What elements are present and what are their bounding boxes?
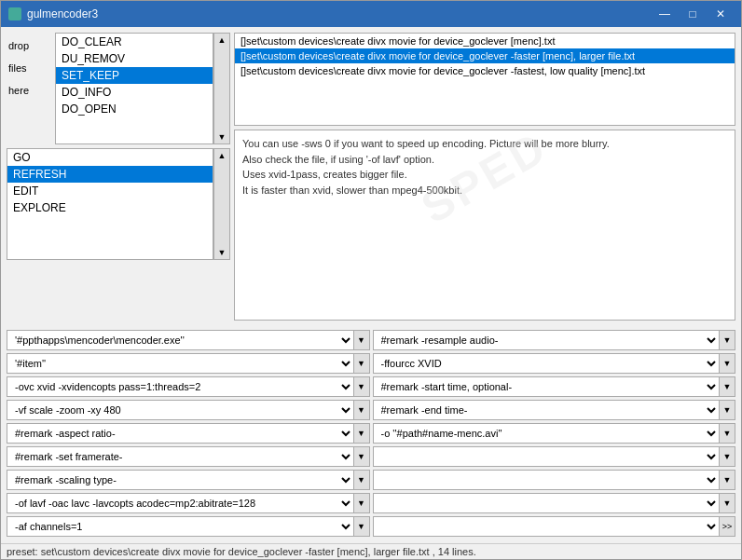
dropdown-row-right: #remark -start time, optional-▼	[373, 376, 736, 397]
window-title: gulmencoder3	[27, 7, 98, 20]
command-bottom-item[interactable]: EXPLORE	[7, 199, 213, 216]
left-panel: drop files here DO_CLEARDU_REMOVSET_KEEP…	[7, 33, 230, 321]
file-list[interactable]: []set\custom devices\create divx movie f…	[234, 33, 735, 126]
commands-top-section: DO_CLEARDU_REMOVSET_KEEPDO_INFODO_OPEN ▲…	[55, 33, 230, 144]
dropdown-select[interactable]: #remark -end time-	[373, 400, 720, 420]
dropdown-arrow-icon[interactable]: ▼	[353, 353, 370, 374]
info-box: You can use -sws 0 if you want to speed …	[234, 130, 735, 321]
minimize-button[interactable]: —	[652, 5, 678, 23]
dropdown-row-left: #remark -scaling type-▼	[7, 470, 370, 490]
dropdown-arrow-icon[interactable]: ▼	[719, 400, 735, 420]
dropdown-row-right: >>	[373, 516, 736, 537]
dropdown-row-right: -o ''#path#name-menc.avi''▼	[373, 423, 736, 444]
dropdown-select[interactable]	[373, 493, 720, 513]
info-line: It is faster than xvid, slower than mpeg…	[242, 183, 727, 198]
status-text: preset: set\custom devices\create divx m…	[7, 546, 476, 557]
info-line: You can use -sws 0 if you want to speed …	[242, 136, 727, 152]
scroll-top[interactable]: ▲ ▼	[213, 33, 230, 144]
dropdown-row-left: -ovc xvid -xvidencopts pass=1:threads=2▼	[7, 376, 370, 397]
dropdown-select[interactable]: '#ppthapps\mencoder\mencoder.exe''	[7, 330, 353, 350]
dropdown-select[interactable]: #remark -start time, optional-	[373, 376, 720, 397]
commands-top-list: DO_CLEARDU_REMOVSET_KEEPDO_INFODO_OPEN	[55, 33, 213, 144]
dropdown-arrow-icon[interactable]: ▼	[353, 493, 370, 513]
command-top-item[interactable]: DO_CLEAR	[56, 34, 213, 50]
dropdown-wrapper: '#item''▼	[7, 353, 370, 374]
labels-column: drop files here	[7, 33, 51, 144]
dropdown-arrow-icon[interactable]: ▼	[353, 330, 370, 350]
scroll-up-icon[interactable]: ▲	[218, 35, 227, 45]
dropdown-select[interactable]: #remark -aspect ratio-	[7, 423, 353, 444]
dropdown-wrapper: ▼	[373, 493, 736, 513]
dropdown-wrapper: #remark -start time, optional-▼	[373, 376, 736, 397]
app-icon	[8, 7, 21, 20]
right-panel: SPED []set\custom devices\create divx mo…	[234, 33, 735, 321]
dropdown-arrow-icon[interactable]: ▼	[719, 423, 735, 444]
dropdown-arrow-icon[interactable]: ▼	[719, 493, 735, 513]
dropdown-arrow-icon[interactable]: ▼	[719, 446, 735, 467]
status-bar: preset: set\custom devices\create divx m…	[1, 543, 741, 559]
dropdown-wrapper: #remark -aspect ratio-▼	[7, 423, 370, 444]
command-top-item[interactable]: DO_INFO	[56, 84, 213, 101]
expand-button[interactable]: >>	[719, 516, 735, 537]
label-here: here	[7, 79, 51, 102]
command-top-item[interactable]: DO_OPEN	[56, 101, 213, 117]
dropdown-arrow-icon[interactable]: ▼	[353, 446, 370, 467]
dropdown-select[interactable]: '#item''	[7, 353, 353, 374]
bottom-panel: '#ppthapps\mencoder\mencoder.exe''▼#rema…	[1, 326, 741, 543]
dropdown-select[interactable]: -vf scale -zoom -xy 480	[7, 400, 353, 420]
close-button[interactable]: ✕	[708, 5, 734, 23]
scroll-up-icon2[interactable]: ▲	[218, 151, 227, 160]
dropdown-wrapper: >>	[373, 516, 736, 537]
dropdown-arrow-icon[interactable]: ▼	[353, 376, 370, 397]
dropdown-row-left: -af channels=1▼	[7, 516, 370, 537]
dropdown-wrapper: #remark -scaling type-▼	[7, 470, 370, 490]
dropdown-row-left: #remark -aspect ratio-▼	[7, 423, 370, 444]
dropdown-arrow-icon[interactable]: ▼	[719, 353, 735, 374]
command-bottom-item[interactable]: EDIT	[7, 183, 213, 199]
dropdown-select[interactable]: -of lavf -oac lavc -lavcopts acodec=mp2:…	[7, 493, 353, 513]
scroll-bottom[interactable]: ▲ ▼	[213, 148, 230, 260]
dropdown-select[interactable]: #remark -scaling type-	[7, 470, 353, 490]
dropdown-arrow-icon[interactable]: ▼	[353, 423, 370, 444]
dropdown-row-right: #remark -end time-▼	[373, 400, 736, 420]
dropdown-row-right: ▼	[373, 493, 736, 513]
dropdown-wrapper: '#ppthapps\mencoder\mencoder.exe''▼	[7, 330, 370, 350]
dropdown-wrapper: -o ''#path#name-menc.avi''▼	[373, 423, 736, 444]
file-list-item[interactable]: []set\custom devices\create divx movie f…	[235, 34, 735, 48]
command-bottom-item[interactable]: REFRESH	[7, 166, 213, 183]
maximize-button[interactable]: □	[680, 5, 706, 23]
file-list-item[interactable]: []set\custom devices\create divx movie f…	[235, 63, 735, 78]
command-top-item[interactable]: SET_KEEP	[56, 67, 213, 84]
dropdown-select[interactable]	[373, 516, 720, 537]
dropdown-arrow-icon[interactable]: ▼	[719, 330, 735, 350]
dropdown-select[interactable]: -ovc xvid -xvidencopts pass=1:threads=2	[7, 376, 353, 397]
scroll-down-icon[interactable]: ▼	[218, 132, 227, 142]
command-bottom-item[interactable]: GO	[7, 149, 213, 166]
dropdown-select[interactable]: #remark -set framerate-	[7, 446, 353, 467]
scroll-down-icon2[interactable]: ▼	[218, 248, 227, 257]
dropdown-arrow-icon[interactable]: ▼	[719, 376, 735, 397]
dropdown-select[interactable]: -o ''#path#name-menc.avi''	[373, 423, 720, 444]
command-top-item[interactable]: DU_REMOV	[56, 50, 213, 67]
dropdown-select[interactable]	[373, 470, 720, 490]
dropdown-arrow-icon[interactable]: ▼	[353, 470, 370, 490]
label-drop: drop	[7, 34, 51, 57]
dropdown-select[interactable]: -ffourcc XVID	[373, 353, 720, 374]
dropdown-row-left: '#ppthapps\mencoder\mencoder.exe''▼	[7, 330, 370, 350]
dropdown-select[interactable]	[373, 446, 720, 467]
info-line: Also check the file, if using '-of lavf'…	[242, 152, 727, 168]
commands-bottom-list: GOREFRESHEDITEXPLORE	[7, 148, 213, 260]
dropdown-wrapper: -of lavf -oac lavc -lavcopts acodec=mp2:…	[7, 493, 370, 513]
dropdown-wrapper: -ovc xvid -xvidencopts pass=1:threads=2▼	[7, 376, 370, 397]
main-content: drop files here DO_CLEARDU_REMOVSET_KEEP…	[1, 27, 741, 326]
main-window: gulmencoder3 — □ ✕ drop files here DO_CL…	[0, 0, 742, 560]
dropdown-arrow-icon[interactable]: ▼	[719, 470, 735, 490]
dropdown-wrapper: -ffourcc XVID▼	[373, 353, 736, 374]
file-list-item[interactable]: []set\custom devices\create divx movie f…	[235, 48, 735, 63]
dropdown-select[interactable]: -af channels=1	[7, 516, 353, 537]
dropdown-arrow-icon[interactable]: ▼	[353, 400, 370, 420]
dropdown-wrapper: #remark -set framerate-▼	[7, 446, 370, 467]
dropdown-arrow-icon[interactable]: ▼	[353, 516, 370, 537]
dropdown-select[interactable]: #remark -resample audio-	[373, 330, 720, 350]
dropdown-row-right: -ffourcc XVID▼	[373, 353, 736, 374]
